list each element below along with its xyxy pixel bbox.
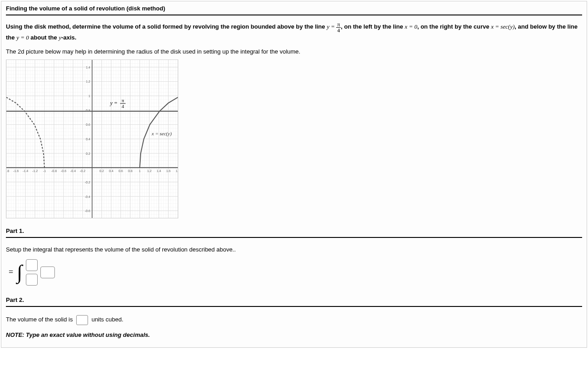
svg-text:0.4: 0.4 bbox=[109, 169, 113, 173]
svg-text:-1.4: -1.4 bbox=[23, 169, 28, 173]
integral-limits bbox=[26, 259, 38, 286]
lower-limit-input[interactable] bbox=[26, 274, 38, 286]
svg-text:1.4: 1.4 bbox=[157, 169, 161, 173]
volume-answer-input[interactable] bbox=[76, 315, 88, 325]
prompt-text-5: about the bbox=[29, 34, 59, 41]
svg-text:4: 4 bbox=[122, 104, 124, 109]
svg-text:0.6: 0.6 bbox=[86, 123, 90, 126]
part2-line: The volume of the solid is units cubed. bbox=[6, 315, 582, 325]
part1-heading: Part 1. bbox=[6, 227, 582, 238]
upper-limit-input[interactable] bbox=[26, 259, 38, 271]
svg-text:y =: y = bbox=[110, 100, 118, 106]
integral-symbol: ∫ bbox=[17, 262, 22, 282]
integral-setup: = ∫ bbox=[9, 259, 582, 286]
part1-instruction: Setup the integral that represents the v… bbox=[6, 246, 582, 253]
svg-text:-1.6: -1.6 bbox=[13, 169, 19, 173]
part2-text-before: The volume of the solid is bbox=[6, 316, 74, 323]
svg-text:0.2: 0.2 bbox=[99, 169, 104, 173]
helper-text: The 2d picture below may help in determi… bbox=[6, 48, 582, 55]
svg-text:-0.2: -0.2 bbox=[80, 169, 85, 173]
svg-text:1.6: 1.6 bbox=[166, 169, 171, 173]
note-text: NOTE: Type an exact value without using … bbox=[6, 331, 582, 338]
svg-text:0.8: 0.8 bbox=[86, 109, 90, 112]
svg-text:-0.6: -0.6 bbox=[85, 209, 90, 212]
integrand-input[interactable] bbox=[40, 267, 55, 278]
svg-text:-1.8: -1.8 bbox=[6, 169, 9, 173]
prompt-text-6: -axis. bbox=[61, 34, 76, 41]
equals-sign: = bbox=[9, 267, 13, 277]
svg-text:-0.4: -0.4 bbox=[85, 195, 90, 198]
chart-svg: -1.8-1.6-1.4-1.2-1-0.8-0.6-0.4-0.20.20.4… bbox=[6, 60, 178, 218]
eq-x-secy: x = sec(y) bbox=[491, 23, 514, 30]
svg-text:1.2: 1.2 bbox=[86, 80, 90, 83]
svg-text:1: 1 bbox=[139, 169, 141, 173]
prompt-text-1: Using the disk method, determine the vol… bbox=[6, 23, 327, 30]
eq-y-equals: y = bbox=[327, 23, 336, 30]
svg-text:-0.6: -0.6 bbox=[61, 169, 66, 173]
problem-title: Finding the volume of a solid of revolut… bbox=[6, 5, 582, 15]
svg-text:1.4: 1.4 bbox=[86, 66, 90, 69]
eq-frac-den: 4 bbox=[336, 28, 341, 33]
svg-text:-0.8: -0.8 bbox=[51, 169, 57, 173]
problem-container: Finding the volume of a solid of revolut… bbox=[1, 1, 587, 348]
svg-text:x = sec(y): x = sec(y) bbox=[151, 131, 172, 137]
eq-y-zero: y = 0 bbox=[16, 34, 29, 41]
svg-text:1.2: 1.2 bbox=[147, 169, 152, 173]
svg-text:1.8: 1.8 bbox=[176, 169, 178, 173]
prompt-text-3: , on the right by the curve bbox=[417, 23, 491, 30]
svg-text:0.4: 0.4 bbox=[86, 138, 90, 141]
part2-text-after: units cubed. bbox=[92, 316, 123, 323]
svg-text:0.8: 0.8 bbox=[128, 169, 132, 173]
svg-text:0.6: 0.6 bbox=[118, 169, 123, 173]
svg-text:-1.2: -1.2 bbox=[32, 169, 38, 173]
problem-prompt: Using the disk method, determine the vol… bbox=[6, 22, 582, 43]
graph-figure: -1.8-1.6-1.4-1.2-1-0.8-0.6-0.4-0.20.20.4… bbox=[6, 59, 178, 218]
svg-text:-0.4: -0.4 bbox=[70, 169, 76, 173]
svg-text:-1: -1 bbox=[43, 169, 46, 173]
svg-text:0.2: 0.2 bbox=[86, 152, 90, 155]
svg-text:-0.2: -0.2 bbox=[85, 181, 90, 184]
prompt-text-2: , on the left by the line bbox=[341, 23, 405, 30]
eq-x-zero: x = 0 bbox=[405, 23, 417, 30]
svg-text:π: π bbox=[122, 98, 124, 103]
part2-heading: Part 2. bbox=[6, 296, 582, 307]
svg-text:1: 1 bbox=[88, 94, 90, 98]
